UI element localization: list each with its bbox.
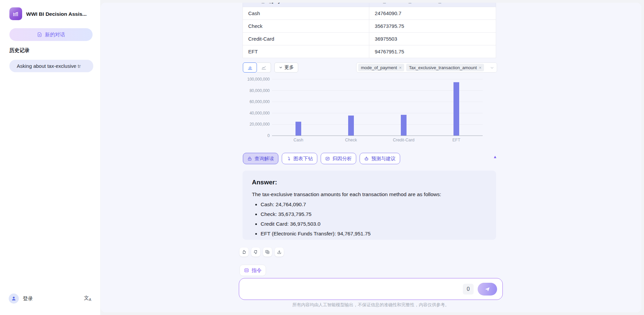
action-label: 归因分析 [332, 155, 352, 162]
answer-list-item: Cash: 24,764,090.7 [252, 201, 487, 208]
answer-intro: The tax-exclusive transaction amounts fo… [252, 191, 487, 197]
action-label: 预测与建议 [371, 155, 396, 162]
line-chart-icon [261, 65, 267, 71]
cell-mode: Credit-Card [243, 33, 369, 45]
cell-amount: 94767951.75 [369, 45, 496, 58]
svg-text:EFT: EFT [452, 138, 461, 142]
cell-mode: EFT [243, 45, 369, 58]
thumbs-down-button[interactable] [251, 248, 260, 257]
query-interpret-button[interactable]: 查询解读 [243, 153, 278, 164]
cell-amount: 36975503 [369, 33, 496, 45]
main-area: mode_of_payment Tax_exclusive_transactio… [101, 0, 644, 315]
code-command-icon [244, 268, 249, 273]
instruction-label: 指令 [252, 267, 262, 274]
new-chat-label: 新的对话 [45, 32, 65, 38]
svg-text:Credit-Card: Credit-Card [393, 138, 415, 142]
line-chart-toggle[interactable] [257, 62, 271, 73]
svg-text:80,000,000: 80,000,000 [250, 88, 270, 93]
answer-list-item: EFT (Electronic Funds Transfer): 94,767,… [252, 231, 487, 237]
lock-icon [247, 156, 252, 161]
sidebar: WWI BI Decision Assis... 新的对话 历史记录 Askin… [0, 0, 101, 315]
translate-icon[interactable]: 文A [84, 295, 91, 302]
field-tag-label: Tax_exclusive_transaction_amount [409, 65, 477, 70]
chat-input[interactable] [245, 282, 459, 297]
user-avatar-icon[interactable] [9, 294, 19, 304]
analysis-actions: 查询解读 图表下钻 [243, 153, 400, 164]
thumbs-down-icon [253, 250, 258, 255]
action-label: 图表下钻 [293, 155, 313, 162]
history-item[interactable]: Asking about tax-exclusive tr [9, 60, 93, 72]
chart-area: 020,000,00040,000,00060,000,00080,000,00… [239, 75, 494, 148]
more-chart-types-button[interactable]: 更多 [274, 62, 298, 73]
table-row: EFT 94767951.75 [243, 45, 496, 58]
instruction-button[interactable]: 指令 [239, 265, 266, 276]
chevron-down-icon [279, 65, 283, 70]
bar-chart-toggle[interactable] [243, 62, 257, 73]
history-item-label: Asking about tax-exclusive tr [17, 63, 81, 69]
new-chat-button[interactable]: 新的对话 [9, 28, 93, 41]
column-header: mode_of_payment [243, 3, 369, 7]
table-row: Cash 24764090.7 [243, 7, 496, 20]
message-input-box: 0 [239, 278, 503, 300]
cell-amount: 35673795.75 [369, 20, 496, 33]
conversation-column: mode_of_payment Tax_exclusive_transactio… [239, 3, 503, 312]
app-root: WWI BI Decision Assis... 新的对话 历史记录 Askin… [0, 0, 644, 315]
action-label: 查询解读 [255, 155, 274, 162]
new-document-icon [37, 32, 42, 37]
table-row: Credit-Card 36975503 [243, 33, 496, 45]
chart-drilldown-button[interactable]: 图表下钻 [282, 153, 317, 164]
svg-text:0: 0 [267, 133, 270, 138]
char-counter: 0 [463, 284, 474, 295]
answer-list: Cash: 24,764,090.7 Check: 35,673,795.75 … [252, 201, 487, 237]
attribution-analysis-button[interactable]: 归因分析 [321, 153, 356, 164]
copy-button[interactable] [263, 248, 272, 257]
chart-window-icon [325, 156, 330, 161]
table-row: Check 35673795.75 [243, 20, 496, 33]
svg-text:Cash: Cash [293, 138, 303, 142]
drill-down-arrow-icon [286, 156, 291, 161]
send-icon [484, 286, 490, 292]
remove-tag-icon[interactable]: × [399, 65, 402, 70]
svg-text:60,000,000: 60,000,000 [250, 99, 270, 104]
column-header: Tax_exclusive_transaction_amount [369, 3, 496, 7]
answer-heading: Answer: [252, 179, 487, 186]
svg-text:Check: Check [345, 138, 357, 142]
cell-amount: 24764090.7 [369, 7, 496, 20]
chart-controls: 更多 mode_of_payment × Tax_exclusive_trans… [243, 62, 497, 73]
feedback-bar [239, 248, 284, 257]
field-tag: Tax_exclusive_transaction_amount × [406, 64, 484, 71]
thumbs-up-button[interactable] [239, 248, 249, 257]
svg-text:100,000,000: 100,000,000 [247, 77, 270, 82]
thumbs-up-icon [241, 250, 247, 255]
more-label: 更多 [284, 64, 294, 71]
chat-panel: mode_of_payment Tax_exclusive_transactio… [101, 3, 641, 312]
ai-disclaimer: 所有内容均由人工智能模型输出，不保证信息的准确性和完整性，内容仅供参考。 [239, 302, 503, 308]
chevron-down-icon [490, 65, 494, 70]
table-header-row: mode_of_payment Tax_exclusive_transactio… [243, 3, 496, 7]
remove-tag-icon[interactable]: × [479, 65, 482, 70]
history-header: 历史记录 [9, 47, 30, 54]
robot-icon [364, 156, 369, 161]
login-button[interactable]: 登录 [23, 296, 33, 302]
bar-chart-icon [247, 65, 253, 71]
bar-chart: 020,000,00040,000,00060,000,00080,000,00… [239, 75, 494, 148]
copy-icon [265, 250, 270, 255]
collapse-answer-icon[interactable]: ▲ [493, 154, 497, 159]
answer-card: Answer: The tax-exclusive transaction am… [243, 171, 496, 240]
answer-list-item: Credit Card: 36,975,503.0 [252, 221, 487, 227]
login-row: 登录 文A [0, 293, 101, 306]
field-tag: mode_of_payment × [358, 64, 404, 71]
svg-text:20,000,000: 20,000,000 [250, 122, 270, 127]
app-logo-icon [9, 7, 22, 20]
cell-mode: Check [243, 20, 369, 33]
app-title: WWI BI Decision Assis... [26, 11, 95, 17]
send-button[interactable] [478, 283, 497, 296]
chart-type-switcher [243, 62, 271, 73]
download-button[interactable] [275, 248, 284, 257]
field-tag-label: mode_of_payment [361, 65, 397, 70]
result-table: mode_of_payment Tax_exclusive_transactio… [243, 3, 496, 58]
forecast-suggestion-button[interactable]: 预测与建议 [360, 153, 400, 164]
field-select[interactable]: mode_of_payment × Tax_exclusive_transact… [356, 62, 497, 73]
svg-text:40,000,000: 40,000,000 [250, 111, 270, 116]
download-icon [277, 250, 282, 255]
